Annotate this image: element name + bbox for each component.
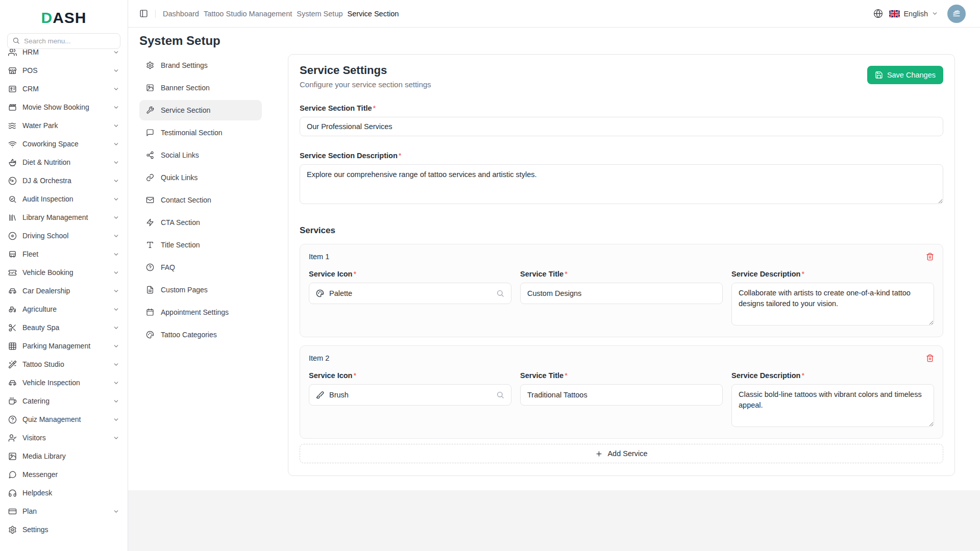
breadcrumb-item[interactable]: Tattoo Studio Management (204, 10, 292, 18)
setup-nav-item[interactable]: Custom Pages (139, 280, 262, 300)
section-description-textarea[interactable]: Explore our comprehensive range of tatto… (300, 164, 943, 204)
sidebar-item-label: DJ & Orchestra (22, 177, 71, 185)
service-icon-picker[interactable]: Palette (309, 283, 511, 304)
sidebar-item[interactable]: Messenger (4, 465, 124, 484)
sidebar-item[interactable]: Media Library (4, 447, 124, 465)
sidebar-item[interactable]: Vehicle Inspection (4, 373, 124, 392)
sidebar-item[interactable]: Coworking Space (4, 135, 124, 153)
avatar[interactable] (947, 5, 966, 23)
setup-nav-item[interactable]: Tattoo Categories (139, 324, 262, 345)
service-title-input[interactable] (520, 283, 723, 304)
sidebar-item-label: Library Management (22, 213, 88, 221)
service-description-textarea[interactable]: Classic bold-line tattoos with vibrant c… (731, 384, 934, 427)
chevron-down-icon (113, 343, 119, 349)
sidebar-item[interactable]: Vehicle Booking (4, 263, 124, 282)
setup-nav-item-label: Appointment Settings (161, 308, 229, 316)
sidebar-item-icon (8, 489, 17, 497)
chevron-down-icon (113, 178, 119, 184)
sidebar-item[interactable]: Helpdesk (4, 484, 124, 502)
sidebar-item[interactable]: Plan (4, 502, 124, 520)
setup-nav-item-icon (146, 286, 154, 294)
required-asterisk: * (353, 270, 356, 278)
sidebar-item-icon (8, 49, 17, 57)
sidebar-item-label: CRM (22, 85, 39, 93)
chevron-down-icon (113, 508, 119, 515)
breadcrumb-item[interactable]: System Setup (297, 10, 342, 18)
sidebar-item-icon (8, 507, 17, 516)
sidebar-toggle-button[interactable] (139, 9, 148, 18)
sidebar-item[interactable]: Car Dealership (4, 282, 124, 300)
sidebar-item-label: Car Dealership (22, 287, 70, 295)
sidebar-item-icon (8, 287, 17, 295)
save-changes-button[interactable]: Save Changes (867, 66, 943, 84)
services-heading: Services (300, 226, 943, 236)
delete-item-button[interactable] (926, 253, 934, 261)
sidebar-item[interactable]: HRM (4, 49, 124, 61)
sidebar-item-label: Audit Inspection (22, 195, 74, 203)
setup-nav-item-icon (146, 196, 154, 204)
add-service-label: Add Service (607, 449, 647, 458)
trash-icon (926, 253, 934, 261)
sidebar-item[interactable]: Quiz Management (4, 410, 124, 429)
globe-icon[interactable] (873, 9, 883, 18)
sidebar-item-icon (8, 103, 17, 112)
sidebar-item-label: Parking Management (22, 342, 90, 350)
service-icon-field: Service Icon* Brush (309, 371, 511, 406)
sidebar-item[interactable]: Tattoo Studio (4, 355, 124, 373)
sidebar-menu: HRM POS CRM Movie Show Bookin (0, 49, 128, 551)
sidebar-item[interactable]: Visitors (4, 429, 124, 447)
delete-item-button[interactable] (926, 354, 934, 362)
service-description-textarea[interactable]: Collaborate with artists to create one-o… (731, 283, 934, 325)
setup-nav-item[interactable]: Social Links (139, 145, 262, 165)
chevron-down-icon (113, 141, 119, 147)
sidebar-item[interactable]: Movie Show Booking (4, 98, 124, 116)
search-icon (496, 289, 504, 297)
sidebar-item-icon (8, 305, 17, 314)
service-title-input[interactable] (520, 384, 723, 406)
sidebar-item[interactable]: Water Park (4, 116, 124, 135)
required-asterisk: * (373, 104, 376, 112)
sidebar-item[interactable]: Beauty Spa (4, 318, 124, 337)
setup-nav-item-icon (146, 84, 154, 92)
sidebar-item-label: Beauty Spa (22, 323, 59, 332)
setup-nav-item[interactable]: CTA Section (139, 212, 262, 233)
sidebar-item-label: Coworking Space (22, 140, 79, 148)
sidebar-item[interactable]: Catering (4, 392, 124, 410)
sidebar-item[interactable]: Diet & Nutrition (4, 153, 124, 171)
logo-letter-d: D (41, 9, 53, 26)
section-title-input[interactable] (300, 117, 943, 136)
setup-nav-item[interactable]: Banner Section (139, 78, 262, 98)
chevron-down-icon (113, 361, 119, 368)
breadcrumb-item[interactable]: Service Section (348, 10, 399, 18)
setup-nav-item[interactable]: Quick Links (139, 167, 262, 188)
chevron-down-icon (113, 67, 119, 74)
search-input[interactable] (7, 33, 120, 49)
setup-nav-item[interactable]: Appointment Settings (139, 302, 262, 322)
card-title: Service Settings (300, 64, 431, 77)
setup-nav-item[interactable]: FAQ (139, 257, 262, 278)
sidebar-item[interactable]: Fleet (4, 245, 124, 263)
sidebar-item-icon (8, 452, 17, 461)
sidebar-item[interactable]: Audit Inspection (4, 190, 124, 208)
setup-nav-item[interactable]: Contact Section (139, 190, 262, 210)
chevron-down-icon (113, 104, 119, 111)
sidebar-item[interactable]: DJ & Orchestra (4, 171, 124, 190)
sidebar-item[interactable]: POS (4, 61, 124, 80)
sidebar-item[interactable]: Agriculture (4, 300, 124, 318)
sidebar-item[interactable]: Library Management (4, 208, 124, 227)
setup-nav-item[interactable]: Service Section (139, 100, 262, 120)
language-selector[interactable]: English (889, 10, 938, 18)
service-description-label: Service Description* (731, 270, 934, 278)
service-icon-picker[interactable]: Brush (309, 384, 511, 406)
sidebar-item[interactable]: Parking Management (4, 337, 124, 355)
setup-nav-item[interactable]: Testimonial Section (139, 122, 262, 143)
breadcrumb-item[interactable]: Dashboard (163, 10, 199, 18)
add-service-button[interactable]: Add Service (300, 444, 943, 463)
sidebar-item[interactable]: CRM (4, 80, 124, 98)
sidebar-item[interactable]: Settings (4, 520, 124, 539)
sidebar-item[interactable]: Driving School (4, 227, 124, 245)
setup-nav-item[interactable]: Brand Settings (139, 55, 262, 76)
service-title-label: Service Title* (520, 371, 723, 380)
setup-nav-item[interactable]: Title Section (139, 235, 262, 255)
card-heading: Service Settings Configure your service … (300, 64, 431, 89)
